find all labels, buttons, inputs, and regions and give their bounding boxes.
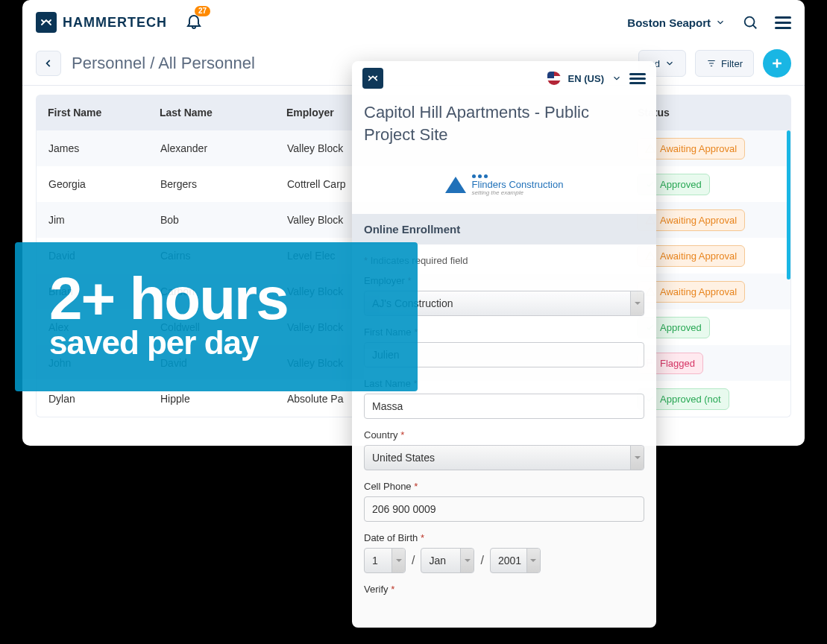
banner-headline: 2+ hours	[49, 272, 383, 326]
cell-first: Dylan	[48, 393, 160, 405]
topbar: HAMMERTECH 27 Boston Seaport	[22, 0, 805, 45]
back-button[interactable]	[36, 51, 61, 76]
col-last: Last Name	[160, 107, 286, 119]
mobile-menu-button[interactable]	[629, 73, 646, 84]
mobile-logo-icon	[362, 68, 383, 89]
cell-first: James	[48, 142, 160, 154]
site-logo-text: Flinders Construction	[472, 180, 564, 189]
verify-label: Verify *	[364, 584, 644, 595]
cell-first: Georgia	[48, 178, 160, 190]
language-selector[interactable]: EN (US)	[568, 73, 604, 84]
site-logo: Flinders Construction setting the exampl…	[352, 156, 656, 214]
dob-day-select[interactable]: 1	[364, 548, 406, 573]
col-first: First Name	[48, 107, 160, 119]
mobile-topbar: EN (US)	[352, 61, 656, 95]
add-button[interactable]	[763, 49, 791, 78]
notifications-button[interactable]: 27	[185, 12, 203, 33]
svg-point-0	[745, 17, 755, 27]
cell-first: Jim	[48, 214, 160, 226]
promo-banner: 2+ hours saved per day	[15, 242, 418, 391]
chevron-down-icon	[611, 73, 622, 83]
search-icon[interactable]	[742, 14, 758, 31]
brand-text: HAMMERTECH	[63, 15, 167, 31]
cell-last: Alexander	[160, 142, 287, 154]
phone-input[interactable]	[364, 496, 644, 522]
country-select[interactable]: United States	[364, 445, 644, 470]
dob-month-select[interactable]: Jan	[421, 548, 474, 573]
filter-label: Filter	[721, 58, 743, 69]
chevron-down-icon	[715, 17, 726, 28]
section-heading: Online Enrollment	[352, 214, 656, 244]
location-label: Boston Seaport	[627, 16, 711, 29]
chevron-left-icon	[43, 58, 54, 69]
plus-icon	[770, 56, 784, 71]
banner-subline: saved per day	[49, 324, 383, 362]
location-dropdown[interactable]: Boston Seaport	[627, 16, 726, 29]
scrollbar[interactable]	[787, 130, 790, 280]
cell-last: Bob	[160, 214, 287, 226]
chevron-down-icon	[664, 58, 675, 69]
phone-label: Cell Phone *	[364, 481, 644, 492]
filter-icon	[706, 58, 717, 69]
col-status: Status	[638, 107, 779, 119]
last-name-input[interactable]	[364, 394, 644, 419]
breadcrumb: Personnel / All Personnel	[72, 54, 255, 73]
triangle-icon	[445, 177, 466, 193]
menu-button[interactable]	[775, 16, 791, 29]
dob-year-select[interactable]: 2001	[490, 548, 541, 573]
logo-icon	[36, 12, 57, 33]
filter-button[interactable]: Filter	[695, 50, 754, 77]
dob-label: Date of Birth *	[364, 532, 644, 543]
cell-last: Bergers	[160, 178, 287, 190]
notification-badge: 27	[195, 6, 210, 16]
flag-icon	[547, 72, 561, 85]
project-title: Capitol Hill Apartments - Public Project…	[352, 95, 656, 156]
country-label: Country *	[364, 429, 644, 441]
cell-last: Hipple	[160, 393, 287, 405]
site-logo-sub: setting the example	[472, 189, 564, 196]
